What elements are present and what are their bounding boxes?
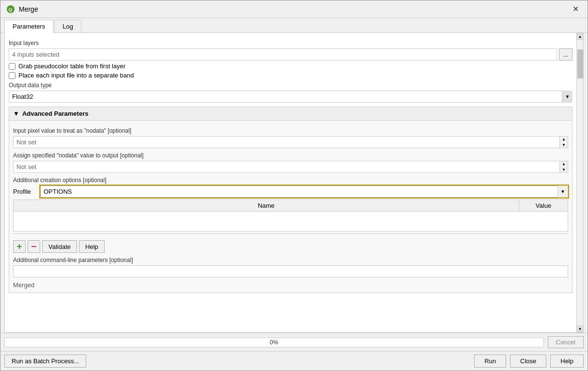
input-layers-field[interactable] (9, 48, 557, 61)
scroll-thumb[interactable] (577, 49, 583, 78)
grab-pseudocolor-checkbox[interactable] (9, 63, 15, 70)
profile-row: Profile ▼ (13, 186, 568, 198)
progress-bar-wrap: 0% (4, 338, 544, 347)
nodata-input-row: ▲ ▼ (13, 136, 568, 148)
nodata-output-down[interactable]: ▼ (560, 167, 568, 173)
scroll-track[interactable] (577, 40, 584, 325)
nodata-input-spinbtns: ▲ ▼ (560, 136, 568, 148)
tab-parameters[interactable]: Parameters (4, 20, 53, 33)
tab-log[interactable]: Log (54, 20, 81, 32)
advanced-parameters-section: ▼ Advanced Parameters Input pixel value … (9, 107, 573, 293)
cancel-button[interactable]: Cancel (548, 336, 584, 348)
browse-layers-button[interactable]: ... (559, 48, 573, 61)
options-table: Name Value (13, 200, 568, 232)
profile-input[interactable] (40, 186, 568, 198)
profile-combo-wrapper: ▼ (40, 186, 568, 198)
close-button[interactable]: Close (510, 355, 546, 368)
merged-label: Merged (13, 281, 34, 289)
qgis-icon: Q (6, 5, 15, 14)
input-layers-row: ... (9, 48, 573, 61)
grab-pseudocolor-row: Grab pseudocolor table from first layer (9, 62, 573, 70)
advanced-collapse-icon: ▼ (13, 110, 19, 117)
run-button[interactable]: Run (474, 355, 506, 368)
parameters-scroll-area: Input layers ... Grab pseudocolor table … (5, 33, 576, 332)
place-each-label: Place each input file into a separate ba… (18, 72, 134, 79)
svg-rect-3 (17, 246, 22, 247)
tabs-bar: Parameters Log (0, 18, 588, 33)
advanced-header[interactable]: ▼ Advanced Parameters (9, 107, 572, 121)
table-horizontal-scroll[interactable] (13, 233, 568, 240)
cmdline-input[interactable] (13, 265, 568, 278)
nodata-output-spinbtns: ▲ ▼ (560, 161, 568, 173)
merge-dialog: Q Merge ✕ Parameters Log Input layers ..… (0, 0, 588, 371)
add-icon (16, 243, 23, 250)
scroll-up-arrow[interactable]: ▲ (577, 33, 584, 40)
output-data-type-label: Output data type (9, 82, 573, 89)
window-title: Merge (19, 5, 38, 13)
nodata-output-label: Assign specified "nodata" value to outpu… (13, 152, 568, 159)
output-data-type-wrapper: Float32 Byte Int16 UInt16 UInt32 Int32 F… (9, 91, 573, 103)
remove-row-button[interactable] (28, 240, 40, 253)
nodata-input-field[interactable] (13, 136, 560, 148)
nodata-input-label: Input pixel value to treat as "nodata" [… (13, 127, 568, 134)
help-options-button[interactable]: Help (79, 240, 105, 253)
progress-area: 0% Cancel (0, 333, 588, 351)
svg-text:Q: Q (9, 6, 13, 12)
nodata-input-up[interactable]: ▲ (560, 137, 568, 142)
svg-rect-4 (31, 246, 36, 247)
table-value-header: Value (519, 200, 568, 211)
title-bar: Q Merge ✕ (0, 0, 588, 18)
profile-label: Profile (13, 188, 37, 195)
creation-options-label: Additional creation options [optional] (13, 177, 568, 184)
input-layers-label: Input layers (9, 40, 573, 46)
place-each-checkbox[interactable] (9, 72, 15, 79)
validate-button[interactable]: Validate (42, 240, 77, 253)
right-scrollbar: ▲ ▼ (576, 33, 583, 332)
title-bar-left: Q Merge (6, 5, 38, 14)
nodata-output-row: ▲ ▼ (13, 161, 568, 173)
table-name-header: Name (14, 200, 519, 211)
bottom-bar: Run as Batch Process... Run Close Help (0, 351, 588, 371)
advanced-header-label: Advanced Parameters (22, 110, 89, 117)
table-header: Name Value (14, 200, 568, 212)
place-each-row: Place each input file into a separate ba… (9, 72, 573, 79)
advanced-content: Input pixel value to treat as "nodata" [… (9, 121, 572, 293)
nodata-output-up[interactable]: ▲ (560, 161, 568, 167)
grab-pseudocolor-label: Grab pseudocolor table from first layer (18, 62, 125, 70)
cmdline-label: Additional command-line parameters [opti… (13, 257, 568, 263)
close-window-button[interactable]: ✕ (570, 3, 582, 15)
nodata-input-down[interactable]: ▼ (560, 142, 568, 148)
add-row-button[interactable] (13, 240, 26, 253)
help-button[interactable]: Help (550, 355, 584, 368)
table-body (14, 212, 568, 231)
minus-icon (31, 243, 37, 250)
progress-text: 0% (270, 339, 278, 346)
output-data-type-select[interactable]: Float32 Byte Int16 UInt16 UInt32 Int32 F… (9, 91, 573, 103)
scroll-down-arrow[interactable]: ▼ (577, 325, 584, 332)
batch-process-button[interactable]: Run as Batch Process... (4, 355, 86, 368)
nodata-output-field[interactable] (13, 161, 560, 173)
table-buttons: Validate Help (13, 240, 568, 253)
